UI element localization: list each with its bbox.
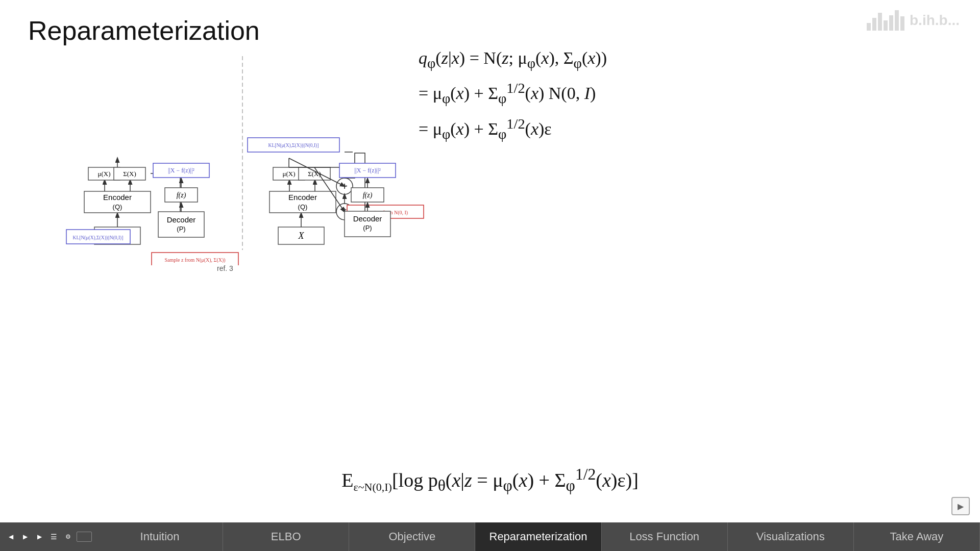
nav-bar: ◀ ▶ ▶ ☰ ⚙ Intuition ELBO Objective Repar… <box>0 522 980 551</box>
svg-text:Decoder: Decoder <box>353 214 382 223</box>
nav-play-button[interactable]: ▶ <box>19 531 31 542</box>
math-line-2: = μφ(x) + Σφ1/2(x) N(0, I) <box>419 78 949 109</box>
tab-elbo[interactable]: ELBO <box>223 522 349 551</box>
tab-objective[interactable]: Objective <box>349 522 475 551</box>
nav-controls: ◀ ▶ ▶ ☰ ⚙ <box>0 522 97 551</box>
svg-text:||X − f(z)||²: ||X − f(z)||² <box>354 167 381 174</box>
svg-text:Encoder: Encoder <box>288 193 317 202</box>
logo-bars <box>867 10 904 31</box>
math-line-1: qφ(z|x) = N(z; μφ(x), Σφ(x)) <box>419 46 949 73</box>
svg-text:Encoder: Encoder <box>103 193 132 202</box>
bottom-formula: Eε~N(0,I)[log pθ(x|z = μφ(x) + Σφ1/2(x)ε… <box>0 465 980 495</box>
svg-text:(P): (P) <box>363 224 372 232</box>
page-title: Reparameterization <box>28 15 260 46</box>
svg-text:Σ(X): Σ(X) <box>123 170 136 178</box>
nav-menu-button[interactable]: ☰ <box>48 531 59 542</box>
svg-text:(Q): (Q) <box>113 203 122 211</box>
svg-text:||X − f(z)||²: ||X − f(z)||² <box>168 167 194 174</box>
math-section: qφ(z|x) = N(z; μφ(x), Σφ(x)) = μφ(x) + Σ… <box>419 46 949 149</box>
svg-text:μ(X): μ(X) <box>97 170 110 178</box>
diagram-section: X Encoder (Q) μ(X) Σ(X) KL[N(μ(X),Σ(X))|… <box>28 51 426 267</box>
diagram-svg: X Encoder (Q) μ(X) Σ(X) KL[N(μ(X),Σ(X))|… <box>28 51 426 265</box>
logo-area: b.ih.b... <box>867 10 960 31</box>
tab-take-away[interactable]: Take Away <box>854 522 980 551</box>
tab-loss-function[interactable]: Loss Function <box>602 522 728 551</box>
nav-thumbnail <box>77 532 92 542</box>
play-button-area[interactable]: ▶ <box>951 497 970 515</box>
tab-intuition[interactable]: Intuition <box>97 522 223 551</box>
tab-visualizations[interactable]: Visualizations <box>728 522 854 551</box>
svg-text:μ(X): μ(X) <box>282 170 295 178</box>
svg-text:Decoder: Decoder <box>167 215 196 224</box>
svg-text:(Q): (Q) <box>298 203 308 211</box>
svg-text:(P): (P) <box>177 225 185 233</box>
svg-text:KL[N(μ(X),Σ(X))||N(0,I)]: KL[N(μ(X),Σ(X))||N(0,I)] <box>268 143 319 148</box>
math-line-3: = μφ(x) + Σφ1/2(x)ε <box>419 114 949 144</box>
svg-text:KL[N(μ(X),Σ(X))||N(0,I)]: KL[N(μ(X),Σ(X))||N(0,I)] <box>73 235 124 241</box>
nav-back-button[interactable]: ◀ <box>5 531 16 542</box>
nav-tabs: Intuition ELBO Objective Reparameterizat… <box>97 522 980 551</box>
svg-text:f(z): f(z) <box>363 191 373 199</box>
nav-settings-button[interactable]: ⚙ <box>62 531 74 542</box>
tab-reparameterization[interactable]: Reparameterization <box>475 522 601 551</box>
nav-forward-button[interactable]: ▶ <box>34 531 45 542</box>
ref-text: ref. 3 <box>217 264 233 272</box>
svg-text:Sample z from N(μ(X), Σ(X)): Sample z from N(μ(X), Σ(X)) <box>164 257 225 263</box>
svg-text:X: X <box>298 231 305 241</box>
svg-text:f(z): f(z) <box>177 191 186 199</box>
